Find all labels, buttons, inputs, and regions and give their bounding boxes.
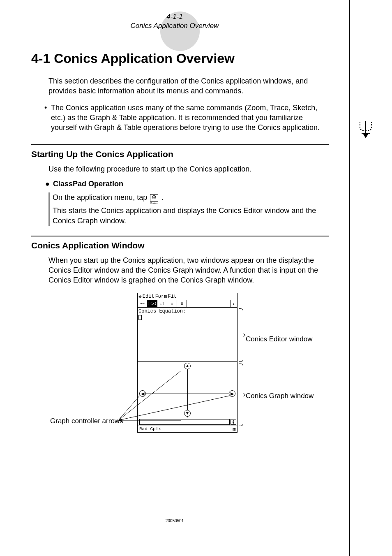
running-header: 4-1-1 Conics Application Overview (0, 12, 349, 30)
menu-item-edit: Edit (143, 294, 154, 299)
editor-title: Conics Equation: (138, 308, 236, 314)
conics-editor-pane: Conics Equation: (137, 308, 238, 362)
callout-editor: Conics Editor window (246, 335, 313, 343)
conics-app-icon-label: Conics (150, 202, 157, 205)
procedure-block: On the application menu, tap Conics . Th… (53, 192, 325, 226)
battery-icon: ▥ (233, 426, 235, 432)
toolbar-icon-1: ⇥⇤ (138, 300, 148, 307)
svg-line-1 (118, 396, 140, 420)
margin-ornament-icon (357, 119, 374, 139)
figure: ❖ Edit Form Fit ⇥⇤ f(x) ↓f ☒ ≣ ▸ Conics … (0, 293, 349, 445)
device-screenshot: ❖ Edit Form Fit ⇥⇤ f(x) ↓f ☒ ≣ ▸ Conics … (137, 293, 238, 441)
conics-app-icon (150, 194, 158, 202)
graph-scroll-buttons: ▴▾ (231, 419, 236, 425)
footer-code: 20050501 (0, 519, 349, 523)
page-title: 4-1 Conics Application Overview (31, 51, 349, 66)
text-cursor-icon (138, 315, 142, 320)
bullet-icon: ● (45, 180, 50, 188)
graph-scrollbar (139, 419, 230, 425)
callout-controller: Graph controller arrows (50, 417, 123, 425)
window-paragraph: When you start up the Conics application… (48, 255, 325, 285)
toolbar-more-icon: ▸ (231, 300, 237, 307)
menu-item-form: Form (155, 294, 167, 299)
toolbar-icon-5: ≣ (177, 300, 187, 307)
section-heading-window: Conics Application Window (31, 241, 349, 250)
toolbar-icon-2: f(x) (148, 300, 157, 307)
graph-arrow-up: ▲ (184, 363, 191, 369)
menu-dropdown-icon: ❖ (138, 293, 142, 300)
startup-paragraph: Use the following procedure to start up … (48, 164, 325, 174)
toolbar-icon-4: ☒ (167, 300, 177, 307)
bullet-note: The Conics application uses many of the … (44, 103, 325, 133)
brace-editor (239, 308, 243, 362)
section-divider (31, 236, 329, 236)
device-menubar: ❖ Edit Form Fit (137, 293, 238, 300)
brace-graph (239, 364, 243, 426)
procedure-line-1: On the application menu, tap Conics . (53, 192, 325, 202)
graph-arrow-right: ▶ (229, 390, 235, 397)
callout-graph: Conics Graph window (246, 392, 314, 400)
svg-marker-7 (364, 134, 368, 137)
page-subtitle: Conics Application Overview (0, 21, 349, 30)
page-right-rule (349, 0, 350, 556)
graph-arrow-down: ▼ (184, 410, 191, 417)
toolbar-icon-3: ↓f (157, 300, 167, 307)
intro-paragraph: This section describes the configuration… (48, 76, 325, 96)
conics-graph-pane: ▲ ▼ ◀ ▶ ▴▾ (137, 362, 238, 426)
classpad-operation-heading: ●ClassPad Operation (45, 180, 349, 188)
procedure-line-2: This starts the Conics application and d… (53, 206, 325, 226)
y-axis (187, 364, 188, 417)
section-divider (31, 144, 329, 145)
status-mode: Rad Cplx (139, 426, 161, 431)
classpad-operation-label: ClassPad Operation (53, 180, 123, 188)
procedure-line-1-text: On the application menu, tap (53, 193, 149, 202)
graph-arrow-left: ◀ (139, 390, 146, 397)
page: 4-1-1 Conics Application Overview 4-1 Co… (0, 0, 349, 556)
page-ref: 4-1-1 (0, 12, 349, 21)
section-heading-startup: Starting Up the Conics Application (31, 149, 349, 159)
device-toolbar: ⇥⇤ f(x) ↓f ☒ ≣ ▸ (137, 300, 238, 308)
procedure-line-1-end: . (161, 193, 164, 202)
menu-item-fit: Fit (168, 294, 177, 299)
device-statusbar: Rad Cplx ▥ (137, 426, 238, 433)
